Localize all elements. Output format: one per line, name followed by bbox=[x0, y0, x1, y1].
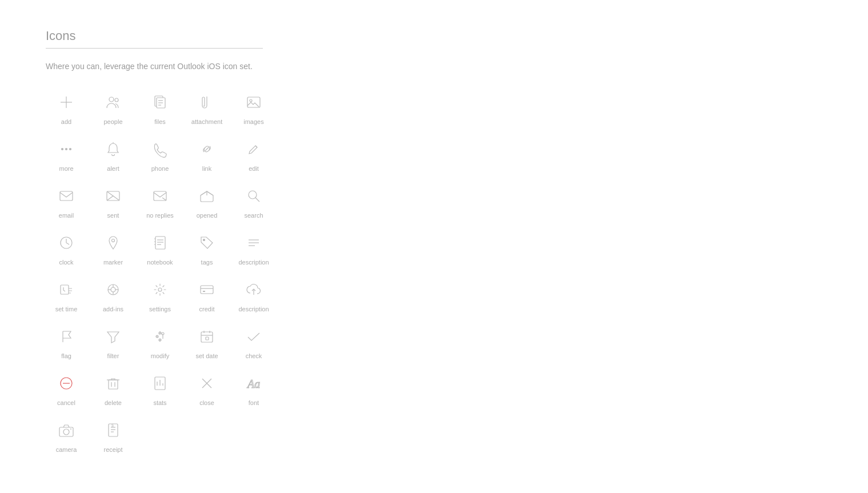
link-label: link bbox=[202, 165, 212, 172]
link-icon bbox=[194, 137, 219, 162]
camera-icon bbox=[54, 418, 79, 443]
section-divider bbox=[46, 48, 263, 49]
cloud-upload-icon bbox=[241, 277, 266, 302]
page-container: Icons Where you can, leverage the curren… bbox=[0, 0, 343, 482]
icon-item-credit: credit bbox=[186, 277, 227, 312]
people-icon bbox=[101, 90, 126, 115]
search-label: search bbox=[244, 212, 263, 219]
icon-item-files: files bbox=[139, 90, 181, 125]
icon-item-filter: filter bbox=[93, 324, 134, 359]
search-icon bbox=[241, 183, 266, 209]
description-label: description bbox=[238, 259, 269, 266]
description-icon bbox=[241, 230, 266, 255]
people-label: people bbox=[103, 118, 122, 125]
attachment-label: attachment bbox=[191, 118, 222, 125]
icon-item-more: more bbox=[46, 137, 87, 172]
no-replies-icon bbox=[147, 183, 173, 209]
svg-point-13 bbox=[250, 99, 252, 102]
icon-item-notebook: notebook bbox=[139, 230, 181, 266]
flag-label: flag bbox=[61, 352, 71, 359]
page-description: Where you can, leverage the current Outl… bbox=[46, 60, 297, 73]
set-date-icon bbox=[194, 324, 219, 349]
svg-point-60 bbox=[162, 332, 164, 335]
add-ins-icon bbox=[101, 277, 126, 302]
set-time-label: set time bbox=[55, 306, 78, 312]
marker-icon bbox=[101, 230, 126, 255]
icon-item-phone: phone bbox=[139, 137, 181, 172]
sent-label: sent bbox=[107, 212, 119, 219]
icon-item-add-ins: add-ins bbox=[93, 277, 134, 312]
svg-point-2 bbox=[109, 97, 114, 102]
notebook-icon bbox=[147, 230, 173, 255]
icon-item-description2: description bbox=[233, 277, 274, 312]
svg-point-27 bbox=[112, 239, 115, 242]
attachment-icon bbox=[194, 90, 219, 115]
add-ins-label: add-ins bbox=[103, 306, 123, 312]
clock-icon bbox=[54, 230, 79, 255]
svg-line-22 bbox=[162, 198, 166, 201]
icon-item-cancel: cancel bbox=[46, 371, 87, 406]
more-icon bbox=[54, 137, 79, 162]
credit-icon bbox=[194, 277, 219, 302]
icon-item-camera: camera bbox=[46, 418, 87, 453]
more-label: more bbox=[59, 165, 73, 172]
icon-item-sent: sent bbox=[93, 183, 134, 219]
icon-item-stats: stats bbox=[139, 371, 181, 406]
images-icon bbox=[241, 90, 266, 115]
svg-point-16 bbox=[70, 149, 71, 150]
edit-label: edit bbox=[249, 165, 259, 172]
svg-rect-18 bbox=[60, 191, 73, 201]
svg-point-35 bbox=[203, 239, 205, 241]
modify-label: modify bbox=[151, 352, 169, 359]
flag-icon bbox=[54, 324, 79, 349]
svg-point-24 bbox=[249, 191, 257, 199]
edit-icon bbox=[241, 137, 266, 162]
svg-point-46 bbox=[158, 288, 162, 291]
svg-rect-68 bbox=[109, 380, 118, 389]
delete-label: delete bbox=[105, 399, 122, 406]
icon-item-description: description bbox=[233, 230, 274, 266]
phone-icon bbox=[147, 137, 173, 162]
description2-label: description bbox=[238, 306, 269, 312]
check-label: check bbox=[246, 352, 262, 359]
notebook-label: notebook bbox=[147, 259, 173, 266]
icons-grid: add people files attachment bbox=[46, 90, 297, 453]
filter-label: filter bbox=[107, 352, 119, 359]
icon-item-search: search bbox=[233, 183, 274, 219]
icon-item-receipt: $ receipt bbox=[93, 418, 134, 453]
svg-rect-39 bbox=[61, 285, 69, 294]
icon-item-tags: tags bbox=[186, 230, 227, 266]
icon-item-font: Aa font bbox=[233, 371, 274, 406]
stats-label: stats bbox=[153, 399, 166, 406]
icon-item-images: images bbox=[233, 90, 274, 125]
close-label: close bbox=[199, 399, 214, 406]
svg-text:Aa: Aa bbox=[246, 378, 260, 390]
tags-icon bbox=[194, 230, 219, 255]
icon-item-delete: delete bbox=[93, 371, 134, 406]
email-icon bbox=[54, 183, 79, 209]
settings-icon bbox=[147, 277, 173, 302]
icon-item-marker: marker bbox=[93, 230, 134, 266]
modify-icon bbox=[147, 324, 173, 349]
svg-point-41 bbox=[111, 287, 115, 292]
icon-item-people: people bbox=[93, 90, 134, 125]
svg-rect-65 bbox=[206, 337, 209, 340]
no-replies-label: no replies bbox=[146, 212, 174, 219]
icon-item-link: link bbox=[186, 137, 227, 172]
icon-item-no-replies: no replies bbox=[139, 183, 181, 219]
icon-item-check: check bbox=[233, 324, 274, 359]
svg-text:$: $ bbox=[111, 423, 114, 427]
icon-item-modify: modify bbox=[139, 324, 181, 359]
receipt-icon: $ bbox=[101, 418, 126, 443]
svg-marker-52 bbox=[107, 332, 119, 343]
set-time-icon bbox=[54, 277, 79, 302]
svg-line-25 bbox=[255, 198, 259, 202]
icon-item-email: email bbox=[46, 183, 87, 219]
icon-item-alert: alert bbox=[93, 137, 134, 172]
set-date-label: set date bbox=[195, 352, 218, 359]
tags-label: tags bbox=[201, 259, 213, 266]
icon-item-attachment: attachment bbox=[186, 90, 227, 125]
images-label: images bbox=[243, 118, 263, 125]
stats-icon bbox=[147, 371, 173, 396]
alert-label: alert bbox=[107, 165, 119, 172]
